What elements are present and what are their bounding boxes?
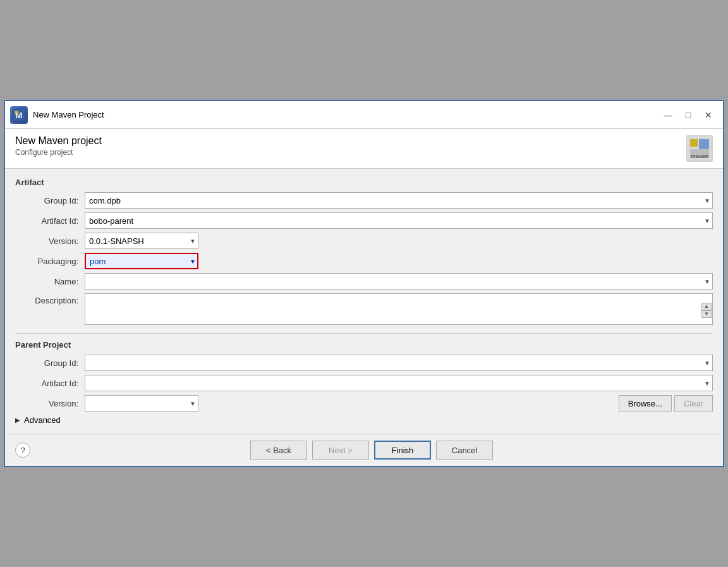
parent-group-id-wrapper: ▼	[85, 355, 713, 371]
dialog-header: New Maven project Configure project mave…	[5, 129, 723, 169]
version-label: Version:	[15, 236, 85, 246]
back-button[interactable]: < Back	[250, 441, 307, 460]
cancel-button[interactable]: Cancel	[436, 441, 493, 460]
close-button[interactable]: ✕	[699, 107, 718, 123]
parent-version-label: Version:	[15, 399, 85, 408]
parent-version-wrapper: ▼	[85, 395, 198, 412]
packaging-label: Packaging:	[15, 257, 85, 266]
dialog-subtitle: Configure project	[15, 148, 102, 157]
parent-section-title: Parent Project	[15, 340, 713, 350]
version-wrapper: ▼	[85, 233, 198, 249]
new-maven-project-dialog: M New Maven Project — □ ✕ New Maven proj…	[4, 100, 724, 467]
clear-button[interactable]: Clear	[674, 395, 713, 412]
title-bar: M New Maven Project — □ ✕	[5, 101, 723, 129]
artifact-id-row: Artifact Id: ▼	[15, 212, 713, 229]
group-id-row: Group Id: ▼	[15, 192, 713, 209]
svg-rect-4	[690, 139, 698, 147]
packaging-row: Packaging: ▼	[15, 253, 713, 269]
description-input[interactable]	[85, 293, 713, 325]
advanced-label: Advanced	[24, 415, 61, 425]
parent-version-row: Version: ▼ Browse... Clear	[15, 395, 713, 412]
help-button[interactable]: ?	[15, 442, 30, 458]
parent-artifact-id-input[interactable]	[85, 375, 713, 391]
window-icon: M	[10, 106, 28, 124]
description-wrapper: ▲ ▼	[85, 293, 713, 327]
parent-group-id-row: Group Id: ▼	[15, 355, 713, 371]
artifact-id-label: Artifact Id:	[15, 216, 85, 226]
artifact-id-wrapper: ▼	[85, 212, 713, 229]
advanced-expand-icon: ▶	[15, 417, 20, 424]
svg-rect-5	[699, 139, 709, 149]
name-wrapper: ▼	[85, 273, 713, 290]
parent-group-id-label: Group Id:	[15, 358, 85, 368]
parent-artifact-id-wrapper: ▼	[85, 375, 713, 391]
packaging-input[interactable]	[85, 253, 198, 269]
artifact-section-title: Artifact	[15, 178, 713, 187]
next-button[interactable]: Next >	[312, 441, 369, 460]
maven-logo: maven	[686, 135, 713, 162]
version-input[interactable]	[85, 233, 198, 249]
name-input[interactable]	[85, 273, 713, 290]
minimize-button[interactable]: —	[658, 107, 677, 123]
parent-group-id-input[interactable]	[85, 355, 713, 371]
description-label: Description:	[15, 296, 85, 305]
svg-rect-2	[15, 111, 18, 114]
packaging-wrapper: ▼	[85, 253, 198, 269]
svg-text:maven: maven	[691, 153, 709, 159]
description-down-arrow[interactable]: ▼	[701, 310, 712, 318]
finish-button[interactable]: Finish	[374, 441, 431, 460]
group-id-label: Group Id:	[15, 196, 85, 205]
version-row: Version: ▼	[15, 233, 713, 249]
header-text: New Maven project Configure project	[15, 135, 102, 157]
parent-version-input[interactable]	[85, 395, 198, 412]
dialog-body: Artifact Group Id: ▼ Artifact Id: ▼ Vers…	[5, 169, 723, 434]
description-row: Description: ▲ ▼	[15, 293, 713, 327]
browse-button[interactable]: Browse...	[619, 395, 672, 412]
group-id-wrapper: ▼	[85, 192, 713, 209]
artifact-id-input[interactable]	[85, 212, 713, 229]
group-id-input[interactable]	[85, 192, 713, 209]
name-label: Name:	[15, 277, 85, 286]
maximize-button[interactable]: □	[679, 107, 698, 123]
parent-artifact-id-row: Artifact Id: ▼	[15, 375, 713, 391]
advanced-row[interactable]: ▶ Advanced	[15, 415, 713, 425]
section-divider	[15, 333, 713, 334]
name-row: Name: ▼	[15, 273, 713, 290]
window-title: New Maven Project	[33, 110, 658, 119]
parent-artifact-id-label: Artifact Id:	[15, 379, 85, 388]
description-scroll-arrows: ▲ ▼	[701, 293, 712, 327]
description-up-arrow[interactable]: ▲	[701, 303, 712, 310]
window-controls: — □ ✕	[658, 107, 718, 123]
dialog-footer: ? < Back Next > Finish Cancel	[5, 434, 723, 466]
dialog-title: New Maven project	[15, 135, 102, 147]
footer-buttons: < Back Next > Finish Cancel	[30, 441, 713, 460]
